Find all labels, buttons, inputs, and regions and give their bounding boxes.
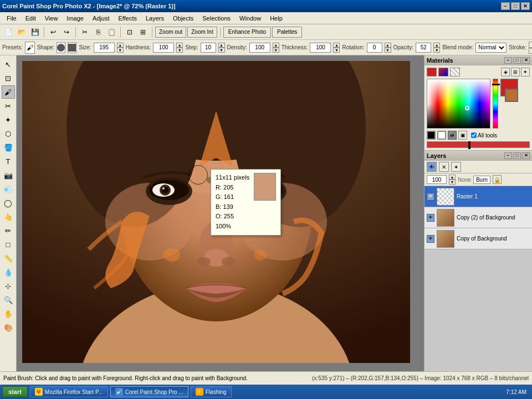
- palettes-button[interactable]: Palettes: [272, 27, 302, 38]
- menu-window[interactable]: Window: [235, 14, 265, 23]
- cut-button[interactable]: ✂: [79, 26, 91, 38]
- menu-effects[interactable]: Effects: [114, 14, 141, 23]
- redo-button[interactable]: ↪: [60, 26, 73, 38]
- step-input[interactable]: [201, 43, 216, 53]
- menu-file[interactable]: File: [2, 14, 21, 23]
- canvas-area[interactable]: 11x11 pixels R: 205 G: 161 B: 139 O:: [17, 55, 424, 371]
- layers-minimize-btn[interactable]: −: [504, 152, 512, 159]
- tool-deform[interactable]: ⊡: [2, 71, 15, 85]
- background-color[interactable]: [505, 89, 518, 102]
- thickness-input[interactable]: [310, 43, 331, 53]
- straighten-button[interactable]: ⊞: [137, 26, 149, 38]
- layer-blend-mode-btn[interactable]: Burn: [473, 176, 490, 184]
- layer-eye-copy2bg[interactable]: 👁: [427, 214, 434, 222]
- pattern-tab[interactable]: [450, 68, 460, 76]
- titlebar-controls[interactable]: − □ ✕: [501, 2, 530, 10]
- deform-button[interactable]: ⊡: [124, 26, 136, 38]
- menu-adjust[interactable]: Adjust: [88, 14, 114, 23]
- tool-clone[interactable]: ✂: [2, 99, 15, 112]
- blend-mode-select[interactable]: Normal Multiply Screen: [475, 43, 507, 53]
- taskbar-item-firefox[interactable]: 🦊 Mozilla Firefox Start P...: [30, 386, 108, 397]
- thickness-spinner[interactable]: ▲▼: [333, 43, 340, 53]
- fg-color-tab[interactable]: [427, 68, 437, 76]
- rotation-spinner[interactable]: ▲▼: [385, 43, 391, 53]
- tool-color-replacer[interactable]: 🎨: [2, 321, 15, 334]
- layers-close-btn[interactable]: ✕: [522, 152, 530, 159]
- all-tools-checkbox[interactable]: [471, 132, 477, 138]
- color-spectrum[interactable]: [427, 79, 490, 129]
- layer-eye-copybg[interactable]: 👁: [427, 235, 434, 243]
- copy-button[interactable]: ⎘: [92, 26, 104, 38]
- minimize-button[interactable]: −: [501, 2, 510, 10]
- layer-item-copybg[interactable]: 👁 Copy of Background: [424, 228, 532, 249]
- tool-zoom[interactable]: 🔍: [2, 293, 15, 306]
- new-button[interactable]: 📄: [2, 26, 14, 38]
- taskbar-item-paintshop[interactable]: 🖌 Corel Paint Shop Pro ...: [110, 386, 188, 397]
- tool-eraser[interactable]: ⬡: [2, 127, 15, 140]
- shape-square-btn[interactable]: [68, 42, 76, 53]
- hardness-spinner[interactable]: ▲▼: [176, 43, 183, 53]
- shape-circle-btn[interactable]: [57, 42, 65, 53]
- density-input[interactable]: [249, 43, 270, 53]
- materials-close-btn[interactable]: ✕: [522, 57, 530, 64]
- tool-dodge[interactable]: ◯: [2, 196, 15, 209]
- rotation-input[interactable]: [367, 43, 382, 53]
- menu-view[interactable]: View: [40, 14, 63, 23]
- tool-text[interactable]: T: [2, 155, 15, 168]
- tool-flood-fill[interactable]: 🪣: [2, 141, 15, 154]
- tool-shapes[interactable]: □: [2, 238, 15, 251]
- size-input[interactable]: [94, 43, 115, 53]
- open-button[interactable]: 📂: [16, 26, 28, 38]
- layer-opacity-input[interactable]: [427, 175, 447, 184]
- mat-btn-2[interactable]: ⊞: [511, 68, 520, 76]
- tool-measure[interactable]: 📏: [2, 252, 15, 265]
- layers-expand-btn[interactable]: □: [513, 152, 521, 159]
- transparent-btn[interactable]: ▣: [458, 131, 467, 140]
- tool-airbrush[interactable]: 💨: [2, 182, 15, 196]
- step-spinner[interactable]: ▲▼: [218, 43, 225, 53]
- bg-color-square[interactable]: [437, 131, 446, 140]
- tool-crop[interactable]: ⊹: [2, 279, 15, 293]
- taskbar-item-flashing[interactable]: ⚡ Flashing: [191, 386, 232, 397]
- density-spinner[interactable]: ▲▼: [273, 43, 279, 53]
- layer-eye-raster1[interactable]: 👁: [427, 193, 434, 201]
- layer-delete-btn[interactable]: ✕: [439, 162, 449, 172]
- canvas-container[interactable]: 11x11 pixels R: 205 G: 161 B: 139 O:: [22, 61, 410, 363]
- menu-help[interactable]: Help: [265, 14, 287, 23]
- menu-selections[interactable]: Selections: [198, 14, 235, 23]
- tool-smudge[interactable]: 👆: [2, 210, 15, 223]
- tool-eye-dropper[interactable]: 💧: [2, 265, 15, 279]
- maximize-button[interactable]: □: [511, 2, 520, 10]
- color-hue-bar[interactable]: [493, 79, 498, 129]
- layer-visibility-toggle[interactable]: 👁: [427, 162, 437, 172]
- fg-color-square[interactable]: [427, 131, 436, 140]
- layer-item-copy2bg[interactable]: 👁 Copy (2) of Background: [424, 207, 532, 228]
- tool-pen[interactable]: ✏: [2, 224, 15, 237]
- zoom-out-button[interactable]: Zoom out: [155, 27, 186, 38]
- layer-item-raster1[interactable]: 👁 Raster 1: [424, 186, 532, 207]
- menu-image[interactable]: Image: [62, 14, 88, 23]
- close-button[interactable]: ✕: [521, 2, 530, 10]
- stroke-selector[interactable]: —: [529, 42, 532, 54]
- tool-paint-brush[interactable]: 🖌: [2, 85, 15, 99]
- materials-expand-btn[interactable]: □: [513, 57, 521, 64]
- layer-lock-btn[interactable]: 🔒: [493, 175, 502, 184]
- opacity-input[interactable]: [416, 43, 431, 53]
- hardness-input[interactable]: [153, 43, 174, 53]
- gradient-tab[interactable]: [438, 68, 448, 76]
- menu-edit[interactable]: Edit: [21, 14, 40, 23]
- enhance-photo-button[interactable]: Enhance Photo: [223, 27, 271, 38]
- preset-selector[interactable]: 🖌: [25, 42, 35, 54]
- save-button[interactable]: 💾: [29, 26, 41, 38]
- zoom-in-button[interactable]: Zoom Int: [187, 27, 217, 38]
- size-spinner[interactable]: ▲▼: [117, 43, 124, 53]
- tool-retouch[interactable]: ✦: [2, 113, 15, 126]
- menu-objects[interactable]: Objects: [168, 14, 198, 23]
- color-slider-bar[interactable]: [427, 141, 530, 148]
- opacity-spinner[interactable]: ▲▼: [449, 175, 456, 185]
- start-button[interactable]: start: [2, 386, 28, 397]
- tool-select[interactable]: ↖: [2, 58, 15, 71]
- layer-new-btn[interactable]: ✦: [451, 162, 461, 172]
- opacity-spinner[interactable]: ▲▼: [433, 43, 440, 53]
- mat-btn-3[interactable]: ✦: [521, 68, 530, 76]
